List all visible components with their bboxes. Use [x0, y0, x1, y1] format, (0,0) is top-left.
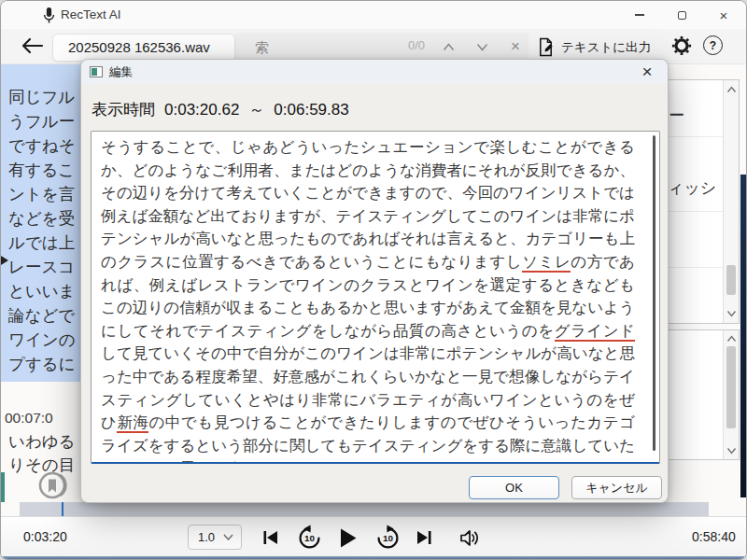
scroll-down-icon	[726, 446, 737, 455]
transcript-line: プするに	[8, 352, 83, 376]
transcript-line: レースコ	[8, 255, 83, 279]
transcript-line: 同じフル	[8, 85, 83, 109]
dialog-close-button[interactable]: ×	[636, 61, 658, 83]
transcript-line: いわゆる	[1, 430, 83, 454]
waveform-timeline[interactable]	[20, 502, 709, 516]
play-icon	[338, 527, 358, 549]
scrollbar[interactable]	[723, 330, 739, 459]
export-text-button[interactable]: テキストに出力	[531, 35, 656, 60]
dialog-title-bar: 編集 ×	[81, 60, 668, 84]
transcript-line: といいま	[8, 279, 83, 303]
playback-speed-select[interactable]: 1.0	[188, 525, 242, 550]
back-button[interactable]	[20, 36, 46, 59]
forward-10-button[interactable]: 10	[373, 525, 402, 551]
search-next-button[interactable]	[470, 36, 494, 57]
speed-value: 1.0	[198, 530, 215, 544]
textarea-scrollbar-thumb[interactable]	[653, 135, 655, 451]
close-icon: ×	[720, 7, 728, 23]
side-list-panel[interactable]: ー ィッシ	[666, 79, 740, 324]
search-prev-button[interactable]	[436, 36, 460, 57]
scroll-up-icon	[726, 85, 737, 94]
transcript-line: 有するこ	[8, 158, 83, 182]
close-icon: ×	[641, 62, 652, 82]
misrecognized-word: 新海	[117, 413, 148, 433]
display-time-end: 0:06:59.83	[274, 101, 348, 119]
list-item: ィッシ	[668, 177, 716, 199]
play-button[interactable]	[333, 525, 361, 551]
clipped-edge-icon	[1, 472, 5, 502]
skip-to-end-button[interactable]	[412, 525, 436, 551]
scrollbar-thumb[interactable]	[726, 346, 736, 428]
scrollbar[interactable]	[723, 80, 739, 323]
close-button[interactable]: ×	[709, 1, 739, 29]
speaker-icon	[459, 529, 481, 547]
forward-10-icon: 10	[374, 525, 402, 552]
player-bar: 0:03:20 1.0 10 10	[1, 516, 747, 557]
ok-button[interactable]: OK	[469, 476, 559, 499]
chevron-down-icon	[223, 534, 233, 540]
display-time-separator: ～	[248, 101, 264, 119]
minimize-icon	[635, 14, 644, 15]
edit-dialog: 編集 × 表示時間0:03:20.62～0:06:59.83 そうすることで、じ…	[80, 59, 669, 503]
window-bottom-edge	[1, 556, 747, 560]
dark-edge-panel	[740, 175, 747, 497]
transcript-line: ルでは上	[8, 231, 83, 255]
loop-bookmark-icon[interactable]	[36, 468, 72, 507]
selected-transcript-block[interactable]: 同じフル うフルー ですねそ 有するこ ントを言 などを受 ルでは上 レースコ …	[1, 64, 83, 382]
rewind-10-button[interactable]: 10	[294, 525, 324, 551]
volume-button[interactable]	[457, 525, 483, 551]
edit-dialog-icon	[90, 66, 103, 77]
microphone-icon	[42, 7, 56, 28]
minimize-button[interactable]	[625, 1, 655, 29]
back-arrow-icon	[20, 36, 44, 55]
dialog-title: 編集	[109, 60, 133, 84]
total-time: 0:58:40	[692, 529, 736, 544]
chevron-up-icon	[443, 43, 455, 51]
settings-button[interactable]	[671, 35, 692, 60]
misrecognized-word: グラインド	[555, 322, 635, 342]
cancel-button[interactable]: キャンセル	[571, 476, 662, 499]
skip-end-icon	[415, 528, 433, 547]
transcript-line: ワインの	[8, 328, 83, 352]
filename-tab[interactable]: 20250928 162536.wav	[52, 34, 235, 62]
list-item: ー	[669, 105, 684, 126]
transcript-line: うフルー	[8, 109, 83, 133]
svg-text:10: 10	[383, 533, 393, 543]
transcript-sidebar[interactable]: 同じフル うフルー ですねそ 有するこ ントを言 などを受 ルでは上 レースコ …	[1, 64, 83, 475]
scroll-up-icon	[726, 334, 737, 343]
misrecognized-word: ソミレ	[522, 253, 571, 273]
side-list-panel-lower[interactable]	[666, 329, 740, 460]
skip-to-start-button[interactable]	[259, 525, 283, 551]
transcript-line: ントを言	[8, 182, 83, 206]
close-icon: ×	[511, 37, 520, 56]
display-time-label: 表示時間	[92, 101, 155, 119]
transcript-textarea[interactable]: そうすることで、じゃあどういったシュエーションで楽しむことができるか、どのような…	[91, 131, 660, 464]
playback-position-marker-icon	[1, 256, 8, 265]
chevron-down-icon	[476, 43, 488, 51]
display-time-row: 表示時間0:03:20.62～0:06:59.83	[92, 99, 359, 120]
help-icon: ?	[710, 39, 716, 52]
current-time: 0:03:20	[23, 529, 67, 544]
skip-start-icon	[261, 528, 280, 547]
document-export-icon	[537, 37, 555, 57]
title-bar: RecText AI ×	[1, 1, 747, 29]
transcript-line: ですねそ	[8, 133, 83, 158]
export-text-label: テキストに出力	[561, 39, 651, 56]
transcript-paragraph: そうすることで、じゃあどういったシュエーションで楽しむことができるか、どのような…	[101, 135, 635, 464]
gear-icon	[671, 35, 692, 56]
segment-timestamp: 00:07:0	[5, 410, 83, 427]
app-window: RecText AI × 20250928 162536.wav 0/0 × テ…	[0, 0, 747, 560]
svg-text:10: 10	[304, 533, 315, 543]
display-time-start: 0:03:20.62	[164, 101, 239, 119]
scroll-down-icon	[726, 309, 737, 318]
search-match-count: 0/0	[408, 38, 425, 52]
maximize-button[interactable]	[667, 1, 697, 29]
search-close-button[interactable]: ×	[503, 36, 528, 57]
scrollbar-thumb[interactable]	[726, 265, 736, 295]
timeline-position-marker	[62, 502, 63, 516]
transcript-line: 論などで	[8, 303, 83, 328]
search-input[interactable]	[253, 35, 393, 59]
app-title: RecText AI	[61, 1, 121, 29]
transcript-line: などを受	[8, 206, 83, 231]
help-button[interactable]: ?	[703, 35, 723, 55]
